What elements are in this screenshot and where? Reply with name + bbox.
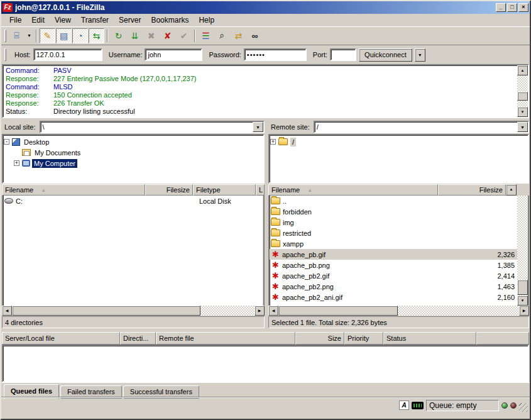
image-file-icon: ✱	[271, 293, 280, 301]
remote-vertical-scrollbar[interactable]: ▼	[517, 196, 528, 306]
menu-view[interactable]: View	[50, 14, 75, 26]
synchronized-browsing-button[interactable]: ⇄	[231, 28, 246, 43]
ascii-data-type-indicator: A	[399, 401, 409, 410]
close-button[interactable]: ×	[518, 3, 528, 12]
tree-item-root[interactable]: + /	[270, 136, 527, 147]
quickbar-grip[interactable]	[4, 48, 6, 61]
log-vertical-scrollbar[interactable]: ▲ ▼	[517, 65, 528, 117]
password-input[interactable]	[244, 48, 307, 61]
quickconnect-bar: Host: Username: Password: Port: Quickcon…	[1, 45, 530, 64]
toggle-local-tree-button[interactable]: ▤	[56, 28, 72, 43]
column-remote-file[interactable]: Remote file	[156, 332, 295, 345]
column-last-modified[interactable]: L	[256, 184, 265, 196]
tree-item-desktop[interactable]: - Desktop	[4, 136, 263, 147]
remote-file-row[interactable]: forbidden	[270, 206, 528, 217]
queue-size-text: Queue: empty	[426, 400, 499, 411]
site-manager-button[interactable]: ⌸	[9, 28, 25, 43]
port-input[interactable]	[330, 48, 356, 61]
local-file-row[interactable]: C: Local Disk	[3, 196, 263, 206]
tree-item-my-documents[interactable]: My Documents	[4, 147, 263, 158]
remote-pane: Remote site: / ▼ + / Filename▲ Filesize …	[268, 120, 530, 328]
filters-button[interactable]: ☰	[198, 28, 214, 43]
toggle-log-button[interactable]: ✎	[40, 28, 55, 43]
remote-file-row[interactable]: ✱apache_pb2_ani.gif2,160	[270, 292, 528, 302]
file-search-button[interactable]: ∞	[247, 28, 263, 43]
scrollbar-thumb[interactable]	[517, 92, 528, 101]
column-filesize[interactable]: Filesize	[438, 184, 506, 196]
scroll-up-icon[interactable]: ▲	[517, 65, 528, 75]
transfer-queue-list[interactable]	[2, 345, 529, 382]
column-filename[interactable]: Filename▲	[2, 184, 145, 196]
scrollbar-thumb[interactable]	[12, 306, 200, 316]
menu-file[interactable]: File	[5, 14, 26, 26]
host-input[interactable]	[33, 48, 102, 61]
resize-grip[interactable]	[519, 403, 528, 412]
menu-bookmarks[interactable]: Bookmarks	[146, 14, 193, 26]
column-status[interactable]: Status	[383, 332, 476, 345]
cancel-operation-button[interactable]: ✖	[143, 28, 159, 43]
toggle-remote-tree-button[interactable]: ◔	[72, 28, 88, 43]
directory-comparison-button[interactable]: ⌕	[214, 28, 230, 43]
remote-file-row[interactable]: xampp	[270, 238, 528, 249]
process-queue-button[interactable]: ⇊	[127, 28, 143, 43]
desktop-icon	[12, 138, 20, 146]
remote-file-row[interactable]: img	[270, 217, 528, 228]
remote-list-header: Filename▲ Filesize ▲	[268, 184, 529, 196]
remote-file-row[interactable]: ✱apache_pb.png1,385	[270, 260, 528, 270]
image-file-icon: ✱	[271, 250, 280, 258]
maximize-button[interactable]: □	[507, 3, 517, 12]
folder-icon	[271, 208, 280, 215]
minimize-button[interactable]: _	[496, 3, 506, 12]
scroll-right-icon[interactable]: ▶	[255, 306, 265, 316]
remote-file-row-selected[interactable]: ✱apache_pb.gif2,326	[270, 249, 528, 260]
title-bar[interactable]: Fz john@127.0.0.1 - FileZilla _ □ ×	[1, 1, 530, 14]
menu-server[interactable]: Server	[114, 14, 145, 26]
quickconnect-dropdown-button[interactable]: ▼	[415, 48, 425, 62]
scroll-down-icon[interactable]: ▼	[517, 107, 528, 117]
remote-file-row[interactable]: ✱apache_pb2.png1,463	[270, 281, 528, 292]
refresh-button[interactable]: ↻	[111, 28, 126, 43]
column-direction[interactable]: Directi...	[120, 332, 156, 345]
remote-file-row[interactable]: ..	[270, 196, 528, 206]
column-priority[interactable]: Priority	[344, 332, 383, 345]
site-manager-dropdown-button[interactable]: ▼	[25, 28, 33, 43]
collapse-icon[interactable]: -	[4, 139, 9, 145]
column-filesize[interactable]: Filesize	[145, 184, 193, 196]
remote-file-row[interactable]: restricted	[270, 228, 528, 238]
toolbar-grip[interactable]	[4, 30, 6, 42]
reconnect-button[interactable]: ✔	[176, 28, 192, 43]
remote-status-text: Selected 1 file. Total size: 2,326 bytes	[268, 316, 529, 328]
toggle-queue-button[interactable]: ⇆	[89, 28, 104, 43]
column-filename[interactable]: Filename▲	[268, 184, 438, 196]
host-label: Host:	[14, 51, 31, 58]
expand-icon[interactable]: +	[270, 139, 276, 145]
disconnect-button[interactable]: ✘	[160, 28, 175, 43]
scrollbar-thumb[interactable]	[517, 280, 528, 295]
quickconnect-button[interactable]: Quickconnect	[359, 48, 412, 62]
menu-edit[interactable]: Edit	[27, 14, 49, 26]
chevron-down-icon[interactable]: ▼	[517, 122, 528, 132]
scrollbar-thumb[interactable]	[278, 306, 398, 316]
menu-transfer[interactable]: Transfer	[77, 14, 113, 26]
chevron-down-icon[interactable]: ▼	[253, 122, 263, 132]
username-input[interactable]	[145, 48, 202, 61]
local-horizontal-scrollbar[interactable]: ◀ ▶	[2, 306, 265, 316]
scroll-left-icon[interactable]: ◀	[268, 306, 278, 316]
sort-ascending-icon: ▲	[307, 187, 312, 193]
scroll-up-icon[interactable]: ▲	[506, 184, 517, 196]
scroll-right-icon[interactable]: ▶	[519, 306, 529, 316]
local-site-combobox[interactable]: \ ▼	[40, 121, 265, 133]
column-size[interactable]: Size	[295, 332, 344, 345]
local-pane: Local site: \ ▼ - Desktop My Documents	[1, 120, 265, 328]
tree-item-my-computer[interactable]: + My Computer	[4, 158, 263, 169]
expand-icon[interactable]: +	[14, 160, 19, 166]
scroll-left-icon[interactable]: ◀	[2, 306, 12, 316]
remote-file-row[interactable]: ✱apache_pb2.gif2,414	[270, 270, 528, 281]
column-filetype[interactable]: Filetype	[193, 184, 256, 196]
remote-site-combobox[interactable]: / ▼	[314, 121, 529, 133]
scroll-down-icon[interactable]: ▼	[517, 296, 528, 306]
toolbar: ⌸ ▼ ✎ ▤ ◔ ⇆ ↻ ⇊ ✖ ✘ ✔ ☰ ⌕ ⇄ ∞	[1, 26, 530, 45]
menu-help[interactable]: Help	[194, 14, 219, 26]
remote-horizontal-scrollbar[interactable]: ◀ ▶	[268, 306, 529, 316]
column-server-local-file[interactable]: Server/Local file	[2, 332, 120, 345]
